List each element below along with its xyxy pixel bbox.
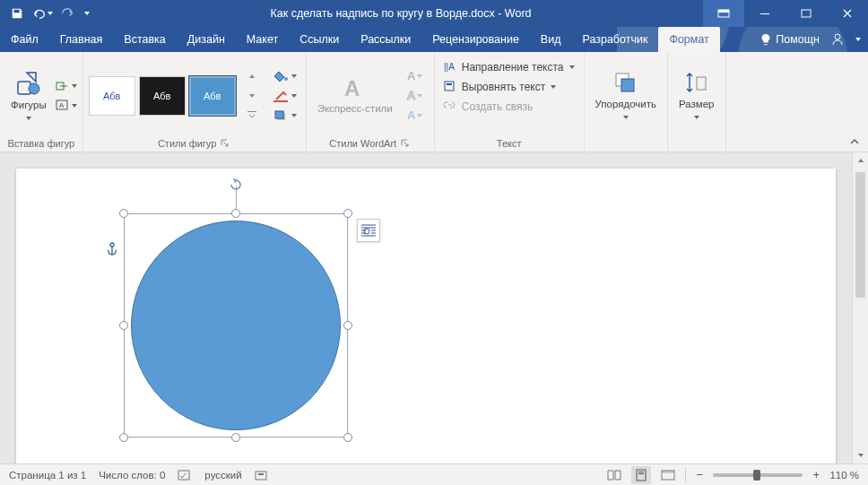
wordart-launcher[interactable]	[400, 138, 411, 149]
tab-format[interactable]: Формат	[658, 27, 719, 52]
zoom-slider-knob[interactable]	[753, 470, 760, 481]
align-text-button[interactable]: Выровнять текст	[440, 77, 578, 97]
status-macro[interactable]	[255, 469, 267, 481]
tab-layout[interactable]: Макет	[236, 27, 289, 52]
tab-design[interactable]: Дизайн	[177, 27, 236, 52]
shape-style-2[interactable]: Абв	[139, 76, 186, 116]
tab-file[interactable]: Файл	[0, 27, 49, 52]
shape-effects-button[interactable]	[270, 107, 300, 125]
resize-handle-b[interactable]	[231, 433, 240, 442]
resize-handle-bl[interactable]	[119, 433, 128, 442]
tab-review[interactable]: Рецензирование	[421, 27, 530, 52]
text-fill-button[interactable]: A	[402, 67, 429, 85]
text-box-button[interactable]: A	[56, 97, 77, 115]
resize-handle-tl[interactable]	[119, 209, 128, 218]
rotate-handle[interactable]	[229, 178, 243, 192]
arrange-button[interactable]: Упорядочить	[590, 66, 662, 125]
quick-styles-button[interactable]: A Экспресс-стили	[312, 73, 398, 118]
resize-handle-br[interactable]	[343, 433, 352, 442]
tab-home[interactable]: Главная	[49, 27, 114, 52]
scroll-track[interactable]	[853, 169, 868, 447]
shapes-gallery-button[interactable]: Фигуры	[5, 65, 52, 126]
tab-view[interactable]: Вид	[530, 27, 572, 52]
shape-style-3[interactable]: Абв	[189, 76, 236, 116]
shape-fill-button[interactable]	[270, 67, 300, 85]
resize-handle-t[interactable]	[231, 209, 240, 218]
shape-style-1[interactable]: Абв	[89, 76, 135, 116]
group-shape-styles: Абв Абв Абв Стили фигур	[83, 52, 307, 152]
redo-button[interactable]	[56, 2, 79, 25]
status-page[interactable]: Страница 1 из 1	[9, 470, 86, 481]
window-title: Как сделать надпись по кругу в Ворде.doc…	[99, 7, 703, 20]
title-bar: Как сделать надпись по кругу в Ворде.doc…	[0, 0, 868, 27]
svg-text:A: A	[59, 101, 65, 109]
create-link-button[interactable]: Создать связь	[440, 97, 578, 117]
svg-point-4	[835, 34, 840, 39]
selected-shape[interactable]	[124, 213, 348, 437]
zoom-out-button[interactable]: −	[693, 468, 706, 481]
view-web-button[interactable]	[658, 466, 678, 484]
window-controls	[703, 0, 868, 27]
group-label-insert-shapes: Вставка фигур	[0, 135, 82, 152]
text-direction-button[interactable]: ||A Направление текста	[440, 57, 578, 77]
resize-handle-r[interactable]	[343, 321, 352, 330]
tab-developer[interactable]: Разработчик	[571, 27, 658, 52]
share-button[interactable]	[829, 30, 846, 48]
print-layout-icon	[635, 469, 647, 481]
shape-outline-button[interactable]	[270, 87, 300, 105]
svg-rect-25	[258, 473, 264, 475]
style-gallery-up[interactable]	[241, 67, 263, 85]
size-button[interactable]: Размер	[673, 66, 720, 125]
vertical-scrollbar[interactable]	[852, 152, 868, 463]
document-viewport[interactable]	[0, 152, 852, 463]
zoom-slider[interactable]	[713, 473, 803, 477]
collapse-ribbon-button[interactable]	[846, 134, 863, 150]
style-gallery-more[interactable]	[241, 107, 263, 125]
undo-button[interactable]	[30, 2, 54, 25]
layout-options-button[interactable]	[357, 219, 380, 242]
workspace	[0, 152, 868, 463]
read-mode-icon	[607, 470, 621, 481]
document-page[interactable]	[16, 169, 836, 463]
redo-icon	[61, 7, 74, 20]
shape-styles-launcher[interactable]	[220, 138, 230, 149]
view-read-button[interactable]	[604, 466, 624, 484]
minimize-button[interactable]	[744, 0, 786, 27]
tell-me-search[interactable]: Помощн	[760, 33, 820, 46]
tab-insert[interactable]: Вставка	[113, 27, 176, 52]
status-language[interactable]: русский	[204, 470, 241, 481]
align-text-icon	[444, 81, 456, 93]
ribbon-display-icon	[717, 9, 730, 18]
zoom-level[interactable]: 110 %	[829, 470, 859, 481]
status-word-count[interactable]: Число слов: 0	[99, 470, 165, 481]
zoom-in-button[interactable]: +	[810, 468, 822, 481]
status-spellcheck[interactable]	[178, 469, 192, 481]
scroll-down-button[interactable]	[853, 447, 868, 463]
view-print-button[interactable]	[631, 466, 651, 484]
fill-icon	[273, 70, 290, 82]
edit-shape-button[interactable]	[56, 77, 77, 95]
oval-shape[interactable]	[131, 221, 341, 430]
scroll-up-button[interactable]	[853, 152, 868, 169]
svg-rect-14	[275, 111, 283, 118]
link-icon	[444, 100, 456, 113]
ribbon-display-button[interactable]	[703, 0, 744, 27]
tab-references[interactable]: Ссылки	[289, 27, 350, 52]
scroll-thumb[interactable]	[855, 172, 865, 298]
style-gallery-down[interactable]	[241, 87, 263, 105]
resize-handle-l[interactable]	[119, 321, 128, 330]
text-effects-button[interactable]: A	[402, 107, 429, 125]
quick-access-toolbar	[0, 2, 99, 25]
svg-point-22	[110, 243, 114, 247]
undo-icon	[32, 7, 47, 20]
anchor-icon	[106, 242, 118, 259]
resize-handle-tr[interactable]	[343, 209, 352, 218]
text-outline-button[interactable]: A	[402, 87, 429, 105]
save-button[interactable]	[5, 2, 29, 25]
close-button[interactable]	[827, 0, 868, 27]
group-label-text: Текст	[435, 135, 584, 152]
svg-rect-2	[760, 13, 769, 14]
tab-mailings[interactable]: Рассылки	[350, 27, 421, 52]
maximize-button[interactable]	[786, 0, 827, 27]
group-label-wordart: Стили WordArt	[329, 138, 396, 149]
